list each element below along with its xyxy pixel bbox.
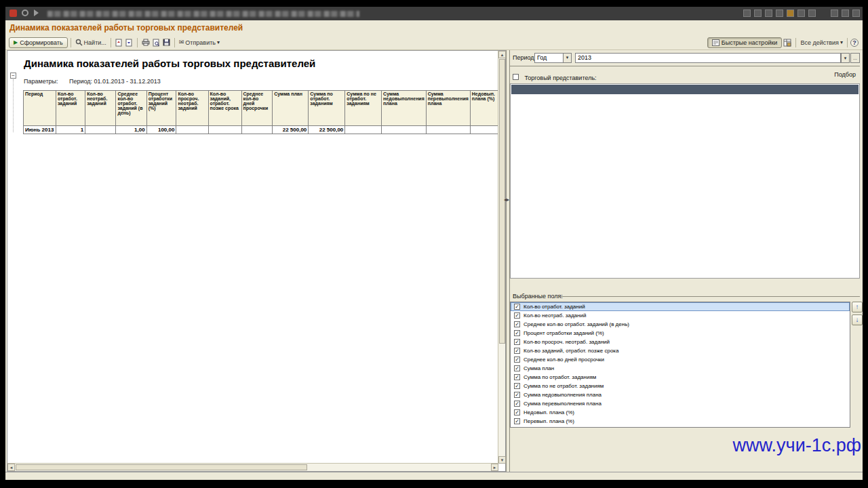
- splitter-grip-icon[interactable]: ◂▸: [504, 197, 509, 203]
- send-button[interactable]: ✉ Отправить ▾: [178, 39, 221, 46]
- field-checkbox[interactable]: ✓: [514, 418, 520, 424]
- generate-button[interactable]: ▶ Сформировать: [9, 37, 68, 48]
- field-item[interactable]: ✓Кол-во неотраб. заданий: [511, 311, 850, 320]
- field-item[interactable]: ✓Процент отработки заданий (%): [511, 329, 850, 338]
- selected-fields-divider: [560, 296, 860, 297]
- titlebar-icon[interactable]: [743, 9, 751, 17]
- report-table-header-row: ПериодКол-во отработ. заданийКол-во неот…: [24, 91, 505, 126]
- table-cell[interactable]: 22 500,00: [309, 126, 345, 134]
- table-cell[interactable]: 100,00: [146, 126, 176, 134]
- column-header: Кол-во просроч. неотраб. заданий: [176, 91, 208, 126]
- period-type-combo[interactable]: Год ▾: [534, 53, 572, 63]
- printer-icon: [142, 39, 150, 46]
- field-checkbox[interactable]: ✓: [514, 401, 520, 407]
- report-table[interactable]: ПериодКол-во отработ. заданийКол-во неот…: [23, 90, 505, 134]
- watermark-text: www.учи-1с.рф: [733, 435, 861, 456]
- titlebar-icon[interactable]: [808, 9, 816, 17]
- group-collapse-button[interactable]: −: [10, 73, 16, 79]
- period-value-input[interactable]: 2013: [575, 53, 841, 63]
- field-checkbox[interactable]: ✓: [514, 312, 520, 319]
- field-checkbox[interactable]: ✓: [514, 374, 520, 380]
- titlebar-icon[interactable]: [831, 9, 838, 17]
- titlebar-icon[interactable]: [797, 9, 805, 17]
- field-checkbox[interactable]: ✓: [514, 348, 520, 354]
- scroll-up-button[interactable]: ▲: [498, 51, 506, 58]
- titlebar-icon[interactable]: [787, 9, 794, 17]
- table-cell[interactable]: [176, 126, 208, 134]
- table-cell[interactable]: [208, 126, 241, 134]
- move-field-up-button[interactable]: ↑: [852, 302, 863, 312]
- field-item[interactable]: ✓Сумма недовыполнения плана: [511, 390, 850, 399]
- move-field-down-button[interactable]: ↓: [852, 314, 863, 325]
- table-row[interactable]: Июнь 201311,00100,0022 500,0022 500,00: [24, 126, 505, 134]
- all-actions-button[interactable]: Все действия ▾: [799, 39, 844, 46]
- decrypt-down-button[interactable]: [124, 39, 134, 47]
- field-item[interactable]: ✓Среднее кол-во дней просрочки: [511, 355, 850, 364]
- sales-rep-list[interactable]: [510, 83, 860, 279]
- pick-button[interactable]: Подбор: [834, 71, 856, 78]
- period-dropdown-button[interactable]: ▾: [841, 53, 850, 63]
- field-checkbox[interactable]: ✓: [514, 321, 520, 327]
- field-item[interactable]: ✓Перевып. плана (%): [511, 417, 850, 426]
- field-checkbox[interactable]: ✓: [514, 392, 520, 398]
- group-tree-line: [13, 79, 14, 132]
- field-item[interactable]: ✓Кол-во отработ. заданий: [511, 302, 850, 311]
- table-cell[interactable]: Июнь 2013: [24, 126, 56, 134]
- window-title-blurred-text: [47, 11, 359, 17]
- titlebar-icon[interactable]: [776, 9, 783, 17]
- table-cell[interactable]: 22 500,00: [273, 126, 309, 134]
- quick-settings-icon: [712, 39, 719, 46]
- field-item[interactable]: ✓Кол-во заданий, отработ. позже срока: [511, 346, 850, 355]
- table-cell[interactable]: [382, 126, 427, 134]
- titlebar-icon[interactable]: [765, 9, 772, 17]
- chevron-down-icon[interactable]: ▾: [563, 54, 571, 62]
- save-button[interactable]: [161, 39, 172, 46]
- toolbar-separator: [71, 38, 71, 47]
- print-preview-button[interactable]: [151, 39, 161, 47]
- field-item[interactable]: ✓Сумма по отработ. заданиям: [511, 373, 850, 382]
- field-checkbox[interactable]: ✓: [514, 383, 520, 389]
- titlebar-icon[interactable]: [852, 9, 860, 17]
- field-item[interactable]: ✓Кол-во просроч. неотраб. заданий: [511, 338, 850, 346]
- titlebar-icon[interactable]: [754, 9, 762, 17]
- table-cell[interactable]: [241, 126, 273, 134]
- status-bar: [5, 472, 863, 480]
- table-cell[interactable]: 1: [56, 126, 85, 134]
- table-cell[interactable]: [426, 126, 470, 134]
- report-horizontal-scrollbar[interactable]: ◄ ►: [7, 463, 498, 471]
- field-item[interactable]: ✓Недовып. плана (%): [511, 408, 850, 417]
- field-item[interactable]: ✓Сумма по не отработ. заданиям: [511, 382, 850, 390]
- scroll-down-button[interactable]: ▼: [498, 456, 506, 464]
- field-item[interactable]: ✓Среднее кол-во отработ. заданий (в день…: [511, 320, 850, 329]
- table-cell[interactable]: 1,00: [116, 126, 146, 134]
- field-checkbox[interactable]: ✓: [514, 357, 520, 363]
- column-header: Сумма план: [273, 91, 309, 126]
- field-checkbox[interactable]: ✓: [514, 339, 520, 345]
- scroll-right-button[interactable]: ►: [491, 464, 498, 471]
- table-cell[interactable]: [345, 126, 382, 134]
- field-checkbox[interactable]: ✓: [514, 304, 520, 310]
- field-item[interactable]: ✓Сумма перевыполнения плана: [511, 399, 850, 408]
- column-header: Сумма по отработ. заданиям: [309, 91, 345, 126]
- scroll-left-button[interactable]: ◄: [7, 464, 15, 471]
- field-checkbox[interactable]: ✓: [514, 409, 520, 415]
- sales-rep-checkbox[interactable]: [513, 74, 519, 80]
- history-icon[interactable]: [22, 9, 28, 16]
- forward-icon[interactable]: [34, 9, 39, 16]
- quick-settings-button[interactable]: Быстрые настройки: [707, 37, 783, 48]
- horizontal-scroll-thumb[interactable]: [16, 464, 307, 470]
- field-item[interactable]: ✓Сумма план: [511, 364, 850, 373]
- find-button[interactable]: Найти...: [74, 39, 108, 46]
- table-cell[interactable]: [85, 126, 116, 134]
- print-button[interactable]: [140, 39, 151, 46]
- column-header: Период: [24, 91, 56, 126]
- titlebar-icon[interactable]: [842, 9, 849, 17]
- field-checkbox[interactable]: ✓: [514, 365, 520, 371]
- selected-fields-list[interactable]: ✓Кол-во отработ. заданий✓Кол-во неотраб.…: [510, 302, 850, 428]
- report-variants-button[interactable]: [782, 39, 793, 47]
- period-ellipsis-button[interactable]: ...: [850, 53, 860, 63]
- report-vertical-scrollbar[interactable]: ▲ ▼: [498, 51, 505, 464]
- decrypt-up-button[interactable]: [114, 39, 124, 47]
- field-checkbox[interactable]: ✓: [514, 330, 520, 336]
- help-button[interactable]: ?: [850, 39, 859, 47]
